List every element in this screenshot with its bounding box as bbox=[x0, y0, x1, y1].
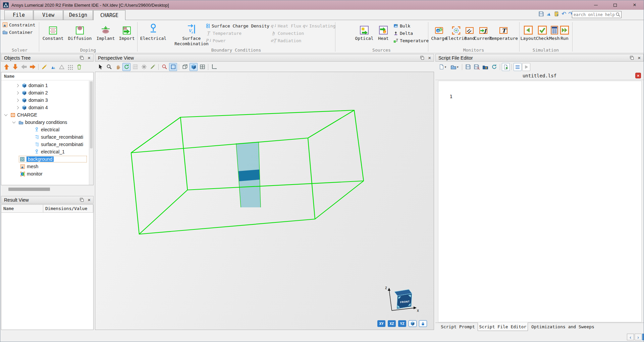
perspective-view-header[interactable]: Perspective View × bbox=[95, 54, 434, 62]
search-icon[interactable] bbox=[615, 12, 621, 17]
tree-item-mesh[interactable]: mesh bbox=[1, 163, 93, 170]
expander-icon[interactable] bbox=[16, 91, 19, 94]
tab-file[interactable]: File bbox=[4, 10, 33, 20]
power-bc-button[interactable]: P⇂ Power bbox=[206, 38, 226, 44]
float-panel-icon[interactable] bbox=[79, 197, 84, 202]
tree-item-domain-1[interactable]: domain 1 bbox=[1, 82, 93, 89]
save-icon[interactable] bbox=[538, 11, 544, 17]
tab-design[interactable]: Design bbox=[63, 10, 93, 20]
tab-script-file-editor[interactable]: Script File Editor bbox=[478, 323, 528, 331]
bulk-source-button[interactable]: Bulk bbox=[393, 23, 410, 29]
expander-icon[interactable] bbox=[16, 98, 19, 102]
grid-toggle-button[interactable] bbox=[131, 63, 139, 71]
move-up-button[interactable] bbox=[2, 63, 10, 71]
view-xy-button[interactable]: XY bbox=[377, 320, 385, 327]
implant-doping-button[interactable]: Implant bbox=[95, 21, 117, 41]
close-panel-icon[interactable]: × bbox=[88, 197, 91, 202]
objects-tree-header[interactable]: Objects Tree × bbox=[1, 54, 94, 62]
expander-icon[interactable] bbox=[16, 106, 19, 109]
tree-item-surface-recombination-2[interactable]: surface_recombinati bbox=[1, 141, 93, 148]
close-panel-icon[interactable]: × bbox=[428, 55, 431, 60]
insulating-button[interactable]: q⫞ Insulating bbox=[302, 23, 335, 29]
tree-item-boundary-conditions[interactable]: boundary conditions bbox=[1, 119, 93, 126]
spin-view-button[interactable] bbox=[140, 63, 148, 71]
ruler-tool-button[interactable] bbox=[149, 63, 157, 71]
junction-band[interactable] bbox=[238, 169, 260, 181]
minimize-button[interactable] bbox=[586, 0, 605, 10]
tree-item-domain-4[interactable]: domain 4 bbox=[1, 104, 93, 111]
container-button[interactable]: Container bbox=[2, 29, 33, 35]
solid-view-button[interactable] bbox=[190, 63, 198, 71]
lock-view-button[interactable] bbox=[419, 320, 427, 327]
expander-icon[interactable] bbox=[16, 84, 19, 87]
working-directory-button[interactable] bbox=[481, 63, 489, 71]
result-column-name[interactable]: Name bbox=[1, 205, 43, 212]
rename-text[interactable]: background bbox=[26, 156, 54, 162]
fit-view-button[interactable] bbox=[169, 63, 177, 71]
delete-object-button[interactable] bbox=[75, 63, 83, 71]
scroll-left-button[interactable]: ‹ bbox=[627, 334, 634, 340]
temperature-source-button[interactable]: T Temperature bbox=[393, 38, 429, 44]
move-right-button[interactable] bbox=[29, 63, 37, 71]
float-panel-icon[interactable] bbox=[629, 55, 634, 60]
extrude-axis-button[interactable] bbox=[210, 63, 218, 71]
view-xz-button[interactable]: XZ bbox=[388, 320, 396, 327]
orbit-tool-button[interactable] bbox=[122, 63, 130, 71]
radiation-button[interactable]: σT̲ Radiation bbox=[271, 38, 301, 44]
view-yz-button[interactable]: YZ bbox=[398, 320, 406, 327]
import-icon[interactable] bbox=[546, 11, 552, 17]
close-panel-icon[interactable]: × bbox=[638, 55, 641, 60]
new-script-button[interactable]: ▾ bbox=[437, 63, 448, 71]
script-editor-header[interactable]: Script File Editor × bbox=[435, 54, 644, 62]
electrical-bc-button[interactable]: Electrical bbox=[138, 21, 169, 41]
script-editor-body[interactable]: 1 bbox=[438, 81, 642, 322]
title-bar[interactable]: Ansys Lumerical 2020 R2 Finite Element I… bbox=[0, 0, 644, 10]
perspective-canvas[interactable]: z x FRONT XY XZ YZ bbox=[95, 72, 434, 330]
optical-source-button[interactable]: Optical bbox=[353, 21, 375, 41]
close-button[interactable]: × bbox=[625, 0, 644, 10]
refresh-script-button[interactable] bbox=[490, 63, 498, 71]
temperature-monitor-button[interactable]: T Temperature bbox=[489, 21, 518, 41]
run-script-button[interactable] bbox=[502, 63, 510, 71]
close-panel-icon[interactable]: × bbox=[88, 55, 91, 60]
tree-item-monitor[interactable]: monitor bbox=[1, 170, 93, 178]
show-dopants-button[interactable] bbox=[66, 63, 74, 71]
heat-flux-button[interactable]: q⇂ Heat Flux bbox=[271, 23, 301, 29]
constant-doping-button[interactable]: Constant bbox=[40, 21, 66, 41]
pan-tool-button[interactable] bbox=[114, 63, 122, 71]
edit-object-button[interactable] bbox=[40, 63, 48, 71]
result-view-header[interactable]: Result View × bbox=[1, 196, 94, 204]
close-file-icon[interactable]: × bbox=[635, 73, 641, 78]
tree-item-domain-2[interactable]: domain 2 bbox=[1, 89, 93, 96]
hide-object-button[interactable] bbox=[58, 63, 66, 71]
undo-icon[interactable]: ↶ bbox=[561, 11, 566, 17]
float-panel-icon[interactable] bbox=[79, 55, 84, 60]
move-left-button[interactable] bbox=[20, 63, 28, 71]
view-3d-button[interactable] bbox=[409, 320, 417, 327]
zoom-extents-button[interactable] bbox=[49, 63, 57, 71]
tab-optimizations-sweeps[interactable]: Optimizations and Sweeps bbox=[529, 323, 596, 331]
delta-source-button[interactable]: Delta bbox=[393, 30, 413, 36]
float-panel-icon[interactable] bbox=[420, 55, 425, 60]
tree-item-surface-recombination[interactable]: surface_recombinati bbox=[1, 133, 93, 141]
constraint-button[interactable]: Constraint bbox=[2, 22, 35, 27]
expander-icon[interactable] bbox=[4, 113, 8, 116]
zoom-region-button[interactable] bbox=[160, 63, 168, 71]
tree-vertical-scrollbar[interactable] bbox=[89, 81, 93, 185]
result-column-dimensions[interactable]: Dimensions/Value bbox=[43, 205, 93, 212]
wireframe-view-button[interactable] bbox=[181, 63, 189, 71]
quad-view-button[interactable] bbox=[198, 63, 206, 71]
tab-charge[interactable]: CHARGE bbox=[93, 10, 125, 20]
diffusion-doping-button[interactable]: Diffusion bbox=[65, 21, 95, 41]
import-doping-button[interactable]: Import bbox=[117, 21, 137, 41]
run-button[interactable]: Run bbox=[558, 21, 571, 41]
rename-edit-box[interactable]: background bbox=[19, 156, 87, 162]
step-run-button[interactable] bbox=[522, 63, 530, 71]
maximize-button[interactable] bbox=[605, 0, 625, 10]
select-tool-button[interactable] bbox=[96, 63, 104, 71]
paste-icon[interactable] bbox=[554, 11, 559, 17]
scroll-right-button[interactable]: › bbox=[635, 334, 642, 340]
save-script-as-button[interactable] bbox=[473, 63, 481, 71]
heat-source-button[interactable]: Heat bbox=[375, 21, 391, 41]
move-down-button[interactable] bbox=[11, 63, 19, 71]
